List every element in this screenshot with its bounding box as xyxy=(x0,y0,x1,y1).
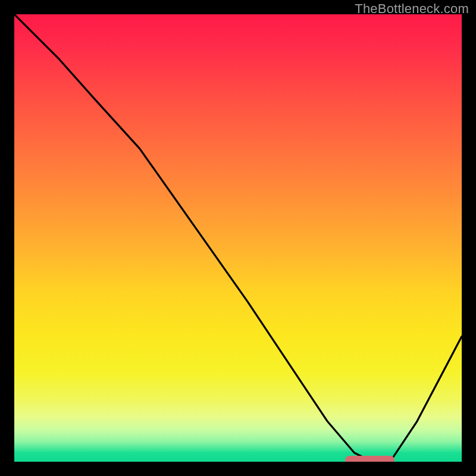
plot-area xyxy=(14,14,462,462)
chart-stage: TheBottleneck.com xyxy=(0,0,476,476)
watermark-text: TheBottleneck.com xyxy=(355,1,469,17)
bottleneck-curve xyxy=(14,14,462,462)
optimal-range-marker xyxy=(345,456,394,462)
curve-layer xyxy=(14,14,462,462)
